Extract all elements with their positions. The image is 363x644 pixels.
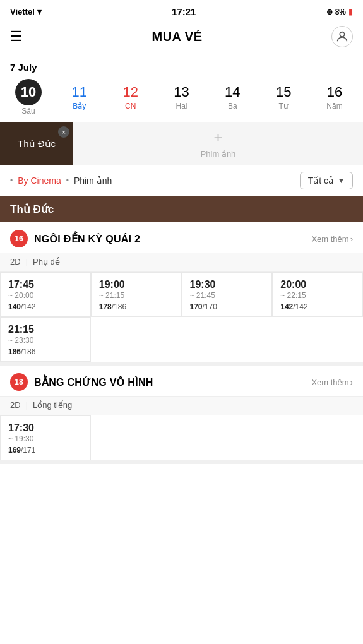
battery-label: 8% [335,8,346,16]
format-row-1: 2D | Lồng tiếng [0,396,363,415]
date-item-10[interactable]: 10Sáu [10,79,47,116]
date-item-11[interactable]: 11Bảy [61,84,98,110]
status-bar: Viettel ▾ 17:21 ⊕ 8% ▮ [0,0,363,21]
showtime-end: ~ 22:15 [280,291,306,300]
chevron-right-icon: › [350,378,353,387]
cinema-tab-label: Thủ Đức [18,138,56,150]
showtime-seats: 178/186 [99,302,126,311]
filter-dropdown-label: Tất cả [308,176,334,186]
showtime-seats: 170/170 [190,302,217,311]
showtime-end: ~ 19:30 [8,434,33,443]
section-header-title: Thủ Đức [10,203,54,215]
showtime-extra-row-0: 21:15 ~ 23:30 186/186 [0,317,363,362]
movie-title-row-1: 18 BẰNG CHỨNG VÔ HÌNH Xem thêm › [0,366,363,396]
showtime-cell-0-3[interactable]: 20:00 ~ 22:15 142/142 [272,272,363,317]
date-row: 10Sáu11Bảy12CN13Hai14Ba15Tư16Năm [10,79,353,116]
showtime-seats: 186/186 [8,347,35,356]
format-label: 2D [10,257,21,266]
showtime-time: 19:30 [190,279,216,290]
showtime-cell-0-2[interactable]: 19:30 ~ 21:45 170/170 [182,272,273,317]
movie-rating-badge: 16 [10,230,28,247]
showtime-cell-0-0[interactable]: 17:45 ~ 20:00 140/142 [0,272,91,317]
status-right: ⊕ 8% ▮ [326,8,353,16]
filter-by-cinema[interactable]: By Cinema [18,176,61,186]
page-title: MUA VÉ [152,30,202,44]
showtime-end: ~ 21:15 [99,291,124,300]
date-day: CN [125,102,136,110]
format-separator: | [26,400,28,410]
chevron-right-icon: › [350,234,353,244]
date-num-selected: 10 [15,79,42,105]
lang-label: Phụ đề [33,257,60,266]
cinema-tab-selected[interactable]: Thủ Đức × [0,122,73,165]
date-item-13[interactable]: 13Hai [163,84,199,110]
showtime-seats: 142/142 [280,302,307,311]
date-num: 12 [122,84,138,100]
movie-title: NGÔI ĐỀN KỲ QUÁI 2 [34,233,311,245]
showtime-time: 17:30 [8,422,34,434]
filter-dropdown[interactable]: Tất cả ▼ [300,172,353,189]
format-row-0: 2D | Phụ đề [0,253,363,272]
profile-button[interactable] [331,26,353,47]
movie-title: BẰNG CHỨNG VÔ HÌNH [34,376,311,388]
see-more-button[interactable]: Xem thêm › [311,378,353,387]
showtime-cell-1-0[interactable]: 17:30 ~ 19:30 169/171 [0,415,91,460]
status-left: Viettel ▾ [10,7,42,16]
date-section: 7 July 10Sáu11Bảy12CN13Hai14Ba15Tư16Năm [0,54,363,122]
date-day: Hai [176,102,187,110]
date-day: Ba [228,102,237,110]
menu-icon[interactable]: ☰ [10,28,23,45]
showtime-seats: 140/142 [8,302,35,311]
date-num: 13 [174,84,189,100]
showtime-time: 20:00 [280,279,306,290]
showtime-grid-1: 17:30 ~ 19:30 169/171 [0,415,363,460]
date-item-12[interactable]: 12CN [112,84,149,110]
filter-phim-anh[interactable]: Phim ảnh [74,176,112,186]
date-num: 14 [225,84,240,100]
showtime-time: 17:45 [8,279,34,290]
date-item-14[interactable]: 14Ba [214,84,251,110]
showtime-extra-cell-0-0[interactable]: 21:15 ~ 23:30 186/186 [0,317,91,362]
date-item-16[interactable]: 16Năm [316,84,353,110]
movie-block-0: 16 NGÔI ĐỀN KỲ QUÁI 2 Xem thêm › 2D | Ph… [0,222,363,366]
cinema-tab-section: Thủ Đức × + Phim ảnh [0,122,363,165]
header: ☰ MUA VÉ [0,21,363,54]
showtime-seats: 169/171 [8,446,35,455]
cinema-tab-close-button[interactable]: × [58,126,69,138]
showtime-end: ~ 21:45 [190,291,215,300]
month-label: 7 July [10,62,353,73]
filter-row: • By Cinema • Phim ảnh Tất cả ▼ [0,165,363,196]
date-day: Bảy [73,102,86,110]
date-num: 15 [276,84,291,100]
showtime-grid-0: 17:45 ~ 20:00 140/142 19:00 ~ 21:15 178/… [0,272,363,317]
movie-rating-badge: 18 [10,373,28,391]
movie-block-1: 18 BẰNG CHỨNG VÔ HÌNH Xem thêm › 2D | Lồ… [0,366,363,464]
format-label: 2D [10,400,21,410]
location-icon: ⊕ [326,8,333,16]
showtime-end: ~ 23:30 [8,336,33,345]
section-header: Thủ Đức [0,196,363,222]
see-more-button[interactable]: Xem thêm › [311,234,353,244]
chevron-down-icon: ▼ [338,177,345,184]
battery-icon: ▮ [348,8,353,16]
carrier-label: Viettel [10,7,35,16]
add-cinema-tab-button[interactable]: + Phim ảnh [73,122,363,165]
wifi-icon: ▾ [37,7,42,16]
add-tab-label: Phim ảnh [201,149,236,158]
svg-point-0 [340,32,344,37]
filter-dot-2: • [66,176,69,185]
date-day: Sáu [21,107,35,116]
showtime-cell-0-1[interactable]: 19:00 ~ 21:15 178/186 [91,272,182,317]
filter-dot-1: • [10,176,13,185]
add-icon: + [214,129,223,146]
date-day: Năm [326,102,342,110]
movie-title-row-0: 16 NGÔI ĐỀN KỲ QUÁI 2 Xem thêm › [0,222,363,253]
date-num: 11 [72,84,87,100]
lang-label: Lồng tiếng [33,400,72,410]
date-item-15[interactable]: 15Tư [265,84,302,110]
status-time: 17:21 [172,6,196,17]
showtime-time: 19:00 [99,279,125,290]
showtime-end: ~ 20:00 [8,291,33,300]
showtime-time: 21:15 [8,324,34,335]
date-num: 16 [327,84,342,100]
